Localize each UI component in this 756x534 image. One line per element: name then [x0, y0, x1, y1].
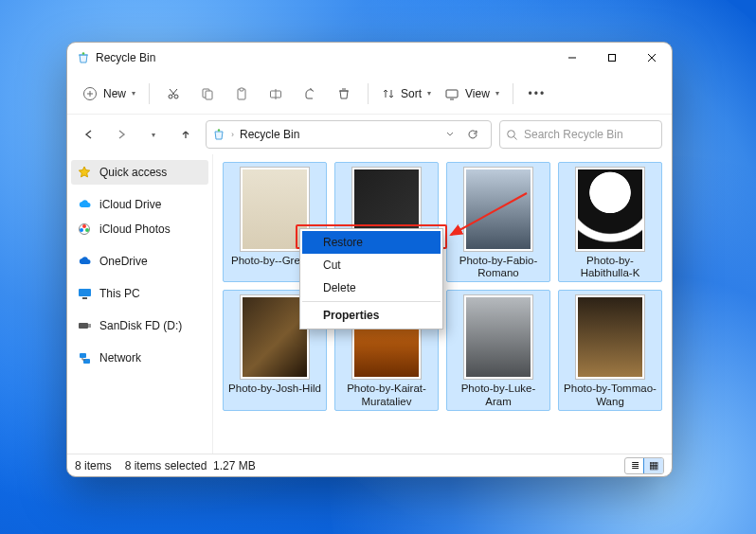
sort-label: Sort	[401, 87, 422, 100]
paste-icon	[234, 86, 249, 101]
context-menu-item-restore[interactable]: Restore	[302, 231, 441, 254]
recent-locations-button[interactable]: ▾	[141, 122, 166, 147]
chevron-down-icon: ▾	[152, 131, 155, 139]
details-view-icon[interactable]: ≣	[625, 458, 644, 473]
forward-button[interactable]	[109, 122, 134, 147]
context-menu-item-delete[interactable]: Delete	[302, 276, 441, 299]
sort-icon	[382, 87, 395, 100]
sidebar-item-label: iCloud Drive	[99, 198, 161, 211]
share-icon	[302, 86, 317, 101]
chevron-down-icon: ▾	[427, 89, 431, 98]
copy-button[interactable]	[191, 79, 224, 109]
svg-point-11	[218, 129, 220, 131]
title-bar: Recycle Bin	[67, 43, 672, 73]
svg-point-4	[174, 95, 178, 98]
star-icon	[77, 165, 92, 180]
paste-button[interactable]	[225, 79, 258, 109]
sidebar-item-label: iCloud Photos	[99, 222, 171, 236]
copy-icon	[200, 86, 215, 101]
cloud-icon	[77, 197, 92, 212]
sidebar-item-label: OneDrive	[99, 255, 148, 268]
view-label: View	[465, 87, 490, 100]
context-menu-item-cut[interactable]: Cut	[302, 254, 441, 276]
sidebar-item-quick-access[interactable]: Quick access	[71, 160, 208, 185]
sidebar-item-icloud-drive[interactable]: iCloud Drive	[71, 192, 208, 217]
rename-button[interactable]	[260, 79, 292, 109]
maximize-button[interactable]	[592, 43, 632, 73]
file-thumbnail	[575, 294, 645, 380]
refresh-button[interactable]	[460, 128, 485, 141]
window-title: Recycle Bin	[96, 51, 155, 64]
svg-rect-17	[79, 289, 91, 296]
svg-rect-18	[82, 297, 87, 299]
breadcrumb-location[interactable]: Recycle Bin	[240, 128, 299, 141]
usb-drive-icon	[77, 318, 92, 333]
sidebar-item-this-pc[interactable]: This PC	[71, 281, 208, 306]
svg-rect-21	[80, 353, 86, 358]
sidebar-item-network[interactable]: Network	[71, 346, 208, 370]
view-mode-toggle[interactable]: ≣ ▦	[624, 457, 664, 474]
separator	[368, 83, 369, 104]
file-item[interactable]: Photo-by-Tommao-Wang	[558, 290, 662, 410]
up-button[interactable]	[173, 122, 198, 147]
search-input[interactable]	[524, 128, 666, 141]
more-button[interactable]: •••	[521, 79, 553, 109]
file-item[interactable]: Photo-by-Habithulla-K	[558, 162, 662, 282]
recycle-bin-icon	[77, 51, 90, 64]
search-box[interactable]	[499, 120, 662, 149]
chevron-down-icon[interactable]	[445, 130, 455, 139]
svg-rect-20	[88, 324, 91, 328]
scissors-icon	[166, 86, 181, 101]
new-button[interactable]: New ▾	[77, 79, 141, 109]
address-bar[interactable]: › Recycle Bin	[206, 120, 492, 149]
file-label: Photo-by-Luke-Aram	[449, 383, 548, 407]
photos-icon	[77, 222, 92, 237]
svg-rect-8	[240, 88, 243, 91]
navigation-row: ▾ › Recycle Bin	[67, 115, 672, 154]
network-icon	[77, 350, 92, 365]
command-bar: New ▾ Sort ▾ View ▾ •••	[67, 73, 672, 115]
svg-rect-10	[446, 90, 458, 98]
svg-point-0	[82, 52, 85, 55]
sidebar-item-icloud-photos[interactable]: iCloud Photos	[71, 217, 208, 241]
chevron-down-icon: ▾	[132, 89, 135, 98]
file-label: Photo-by-Habithulla-K	[561, 255, 659, 279]
cut-button[interactable]	[157, 79, 189, 109]
plus-circle-icon	[82, 86, 98, 101]
view-icon	[444, 87, 459, 100]
rename-icon	[268, 86, 283, 101]
minimize-button[interactable]	[552, 43, 592, 73]
delete-button[interactable]	[328, 79, 360, 109]
sidebar-item-label: This PC	[99, 287, 140, 300]
file-label: Photo-by-Kairat-Murataliev	[337, 383, 436, 407]
breadcrumb-separator: ›	[231, 130, 234, 139]
svg-point-12	[508, 130, 515, 137]
sidebar-item-label: Network	[99, 351, 141, 365]
sidebar-item-sandisk-fd[interactable]: SanDisk FD (D:)	[71, 313, 208, 338]
back-button[interactable]	[77, 122, 101, 147]
ellipsis-icon: •••	[529, 87, 547, 100]
separator	[513, 83, 513, 104]
sidebar-item-onedrive[interactable]: OneDrive	[71, 249, 208, 274]
context-menu-item-properties[interactable]: Properties	[302, 304, 441, 327]
status-item-count: 8 items	[75, 459, 112, 472]
file-thumbnail	[463, 294, 533, 380]
svg-point-3	[169, 95, 172, 98]
navigation-pane: Quick access iCloud Drive iCloud Photos …	[67, 154, 213, 454]
svg-point-14	[82, 224, 86, 228]
thumbnails-view-icon[interactable]: ▦	[644, 458, 663, 473]
close-button[interactable]	[632, 43, 672, 73]
svg-point-15	[85, 228, 89, 232]
share-button[interactable]	[294, 79, 326, 109]
trash-icon	[336, 86, 351, 101]
svg-rect-1	[609, 55, 616, 62]
sort-button[interactable]: Sort ▾	[376, 79, 437, 109]
file-item[interactable]: Photo-by-Fabio-Romano	[446, 162, 550, 282]
pc-icon	[77, 286, 92, 301]
view-button[interactable]: View ▾	[439, 79, 505, 109]
file-label: Photo-by-Josh-Hild	[228, 383, 321, 395]
svg-point-16	[80, 228, 83, 232]
file-item[interactable]: Photo-by-Luke-Aram	[446, 290, 550, 410]
context-menu: Restore Cut Delete Properties	[299, 228, 443, 329]
separator	[149, 83, 150, 104]
